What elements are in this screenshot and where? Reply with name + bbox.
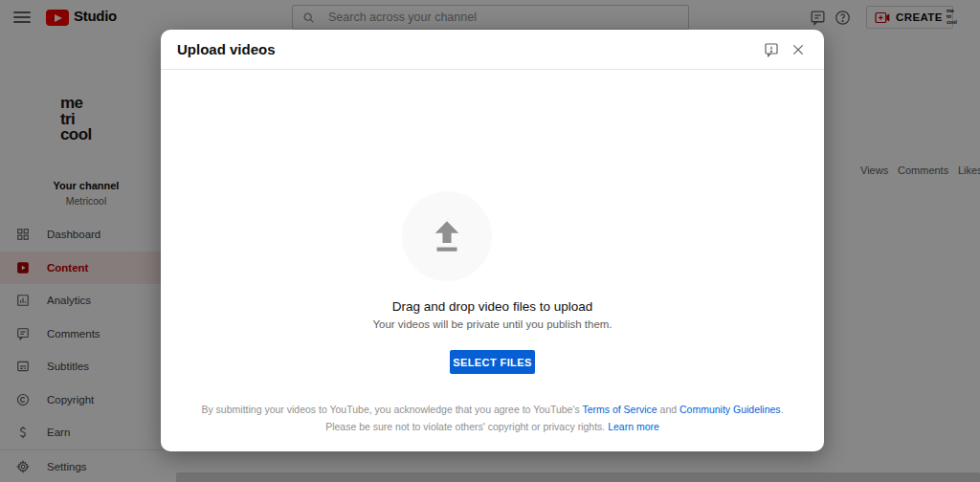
learn-more-link[interactable]: Learn more	[608, 421, 659, 432]
upload-videos-dialog: Upload videos Drag and drop video files …	[161, 30, 824, 451]
privacy-note-text: Your videos will be private until you pu…	[161, 318, 824, 330]
drag-drop-text: Drag and drop video files to upload	[161, 299, 824, 314]
dialog-header: Upload videos	[161, 30, 824, 70]
dialog-body: Drag and drop video files to upload Your…	[161, 70, 824, 450]
upload-arrow-icon	[427, 216, 467, 256]
legal-line-2: Please be sure not to violate others' co…	[161, 419, 824, 436]
select-files-button[interactable]: SELECT FILES	[450, 350, 535, 374]
dialog-title: Upload videos	[177, 41, 276, 57]
youtube-studio-app: Studio CREATE me tri cool me tri cool Yo…	[0, 0, 980, 482]
send-feedback-icon[interactable]	[764, 42, 779, 57]
terms-of-service-link[interactable]: Terms of Service	[582, 404, 657, 415]
community-guidelines-link[interactable]: Community Guidelines	[679, 404, 781, 415]
legal-disclaimer: By submitting your videos to YouTube, yo…	[161, 402, 824, 435]
legal-line-1: By submitting your videos to YouTube, yo…	[161, 402, 824, 419]
close-icon[interactable]	[791, 42, 806, 57]
upload-dropzone-circle[interactable]	[402, 191, 492, 281]
